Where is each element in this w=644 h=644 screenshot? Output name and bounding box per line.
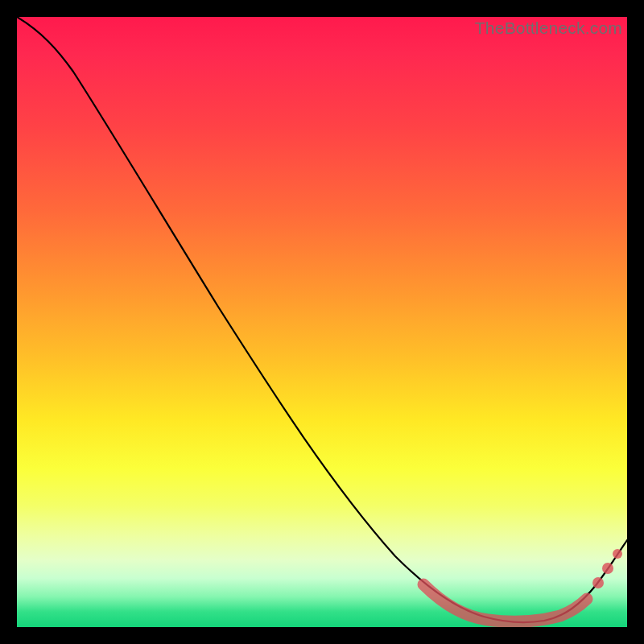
highlight-dot	[613, 549, 622, 559]
chart-plot-area: TheBottleneck.com	[17, 17, 627, 627]
watermark-label: TheBottleneck.com	[475, 19, 622, 38]
highlight-dot	[602, 563, 613, 574]
highlight-dot	[592, 577, 604, 588]
valley-highlight-segment	[423, 584, 587, 621]
bottleneck-curve-path	[17, 17, 627, 622]
chart-svg	[17, 17, 627, 627]
chart-frame: TheBottleneck.com	[0, 0, 644, 644]
